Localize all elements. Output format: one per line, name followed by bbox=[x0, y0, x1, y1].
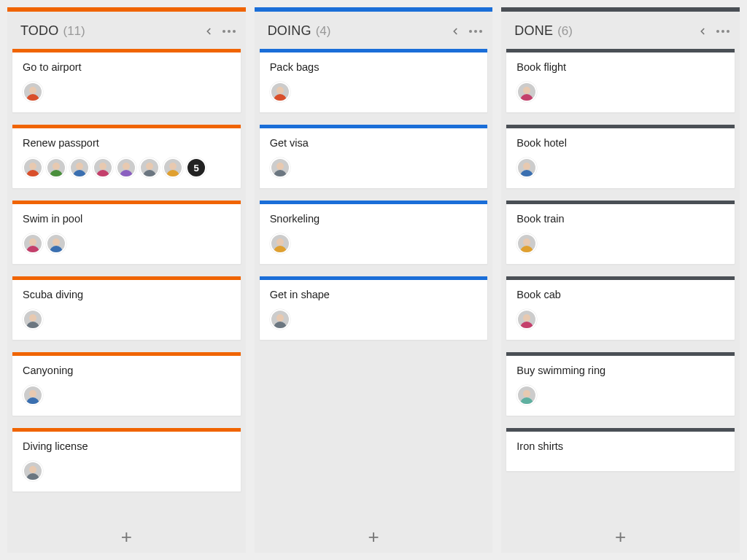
column-title: TODO bbox=[20, 23, 58, 39]
avatar bbox=[69, 158, 90, 178]
card-title: Book flight bbox=[516, 61, 724, 73]
kanban-board: TODO(11)Go to airportRenew passport5Swim… bbox=[0, 0, 747, 560]
avatar bbox=[163, 158, 183, 178]
avatar bbox=[93, 158, 113, 178]
add-card-button[interactable]: + bbox=[7, 521, 246, 553]
card-body: Book train bbox=[506, 204, 735, 264]
card[interactable]: Snorkeling bbox=[259, 201, 489, 265]
more-icon[interactable] bbox=[469, 30, 482, 33]
avatar-row bbox=[23, 82, 231, 102]
column-actions bbox=[450, 26, 482, 36]
avatar bbox=[516, 309, 537, 330]
card[interactable]: Canyoning bbox=[12, 352, 241, 416]
avatar bbox=[270, 158, 290, 178]
column-title: DONE bbox=[514, 23, 553, 39]
avatar bbox=[516, 158, 537, 178]
avatar-row bbox=[23, 309, 231, 330]
column-title: DOING bbox=[268, 23, 311, 39]
chevron-left-icon[interactable] bbox=[697, 26, 708, 36]
avatar bbox=[116, 158, 136, 178]
chevron-left-icon[interactable] bbox=[204, 26, 214, 36]
card-body: Swim in pool bbox=[12, 204, 241, 264]
column-count: (6) bbox=[557, 24, 573, 39]
card-body: Diving license bbox=[12, 432, 241, 491]
chevron-left-icon[interactable] bbox=[450, 26, 460, 36]
avatar-row bbox=[270, 233, 478, 254]
avatar-overflow[interactable]: 5 bbox=[186, 158, 206, 178]
card[interactable]: Get visa bbox=[259, 125, 489, 189]
card[interactable]: Renew passport5 bbox=[12, 125, 241, 189]
avatar bbox=[23, 158, 43, 178]
more-icon[interactable] bbox=[716, 30, 729, 33]
column-count: (4) bbox=[316, 24, 331, 39]
avatar-row bbox=[516, 233, 724, 254]
card-title: Book hotel bbox=[516, 137, 724, 149]
card[interactable]: Book hotel bbox=[506, 125, 735, 189]
card-title: Pack bags bbox=[270, 61, 478, 73]
card[interactable]: Book train bbox=[506, 201, 735, 265]
avatar bbox=[23, 233, 43, 254]
avatar-row bbox=[270, 82, 478, 102]
add-card-button[interactable]: + bbox=[255, 521, 493, 553]
card-body: Get in shape bbox=[260, 280, 488, 340]
card-list: Book flightBook hotelBook trainBook cabB… bbox=[501, 49, 740, 553]
card-body: Buy swimming ring bbox=[506, 356, 735, 416]
avatar bbox=[516, 82, 537, 102]
card-body: Pack bags bbox=[260, 52, 488, 112]
avatar bbox=[23, 461, 43, 481]
card-title: Scuba diving bbox=[23, 289, 231, 300]
avatar bbox=[23, 385, 43, 405]
avatar-row bbox=[516, 309, 724, 330]
column-header: DOING(4) bbox=[255, 12, 493, 49]
card-body: Scuba diving bbox=[12, 280, 241, 340]
card-body: Book cab bbox=[506, 280, 735, 340]
avatar-row bbox=[270, 158, 478, 178]
card[interactable]: Buy swimming ring bbox=[506, 352, 735, 416]
column-header: DONE(6) bbox=[501, 12, 740, 49]
card-title: Go to airport bbox=[23, 61, 231, 73]
avatar bbox=[23, 82, 43, 102]
card-title: Snorkeling bbox=[270, 213, 478, 225]
card-body: Canyoning bbox=[12, 356, 241, 416]
card-body: Book hotel bbox=[506, 128, 735, 188]
card-title: Get in shape bbox=[270, 289, 478, 300]
card-body: Renew passport5 bbox=[12, 128, 241, 188]
avatar bbox=[23, 309, 43, 330]
avatar bbox=[46, 233, 66, 254]
card-body: Go to airport bbox=[12, 52, 241, 112]
column-header: TODO(11) bbox=[7, 12, 246, 49]
card-body: Book flight bbox=[506, 52, 735, 112]
card[interactable]: Swim in pool bbox=[12, 201, 241, 265]
card[interactable]: Scuba diving bbox=[12, 276, 241, 341]
card[interactable]: Book cab bbox=[506, 276, 735, 341]
column-done: DONE(6)Book flightBook hotelBook trainBo… bbox=[501, 7, 740, 553]
avatar-row bbox=[516, 385, 724, 405]
card-title: Swim in pool bbox=[23, 213, 231, 225]
card[interactable]: Diving license bbox=[12, 428, 241, 492]
card-title: Diving license bbox=[23, 440, 231, 452]
card-body: Snorkeling bbox=[260, 204, 488, 264]
avatar-row bbox=[23, 461, 231, 481]
avatar-row bbox=[516, 158, 724, 178]
avatar bbox=[270, 309, 290, 330]
card[interactable]: Get in shape bbox=[259, 276, 489, 341]
column-actions bbox=[697, 26, 729, 36]
card-list: Go to airportRenew passport5Swim in pool… bbox=[7, 49, 246, 553]
column-todo: TODO(11)Go to airportRenew passport5Swim… bbox=[7, 7, 246, 553]
card-title: Iron shirts bbox=[516, 440, 724, 452]
card[interactable]: Book flight bbox=[506, 49, 735, 113]
add-card-button[interactable]: + bbox=[501, 521, 740, 553]
more-icon[interactable] bbox=[222, 30, 236, 33]
card-body: Iron shirts bbox=[506, 432, 735, 471]
avatar-row: 5 bbox=[23, 158, 231, 178]
card[interactable]: Go to airport bbox=[12, 49, 241, 113]
card-title: Book train bbox=[516, 213, 724, 225]
column-actions bbox=[204, 26, 236, 36]
avatar-row bbox=[23, 385, 231, 405]
card[interactable]: Iron shirts bbox=[506, 428, 735, 472]
avatar-row bbox=[23, 233, 231, 254]
card-list: Pack bagsGet visaSnorkelingGet in shape bbox=[255, 49, 493, 553]
card-title: Renew passport bbox=[23, 137, 231, 149]
avatar-row bbox=[270, 309, 478, 330]
card[interactable]: Pack bags bbox=[259, 49, 489, 113]
